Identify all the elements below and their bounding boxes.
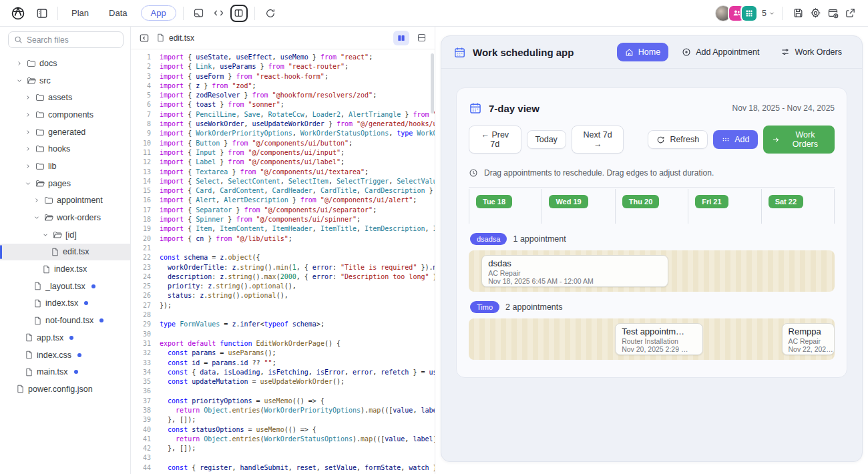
code-line: workOrderTitle: z.string().min(1, { erro… (160, 263, 435, 272)
collapse-panel-icon[interactable] (138, 31, 151, 45)
search-files-box[interactable] (8, 31, 124, 48)
technician-lane: Test appointm… Router Installation Nov 2… (469, 318, 835, 360)
day-column: Wed 19 (541, 189, 614, 224)
settings-icon[interactable] (807, 5, 824, 22)
tree-item-label: appointment (57, 196, 103, 205)
code-line: import { Alert, AlertDescription } from … (160, 196, 435, 205)
tree-folder-hooks[interactable]: hooks (0, 140, 130, 158)
prev-7d-button[interactable]: ← Prev 7d (469, 126, 521, 154)
tree-file-main-tsx[interactable]: main.tsx (0, 363, 130, 381)
code-line: import { Label } from "@/components/ui/l… (160, 158, 435, 167)
chevron-down-icon[interactable] (16, 77, 23, 84)
split-view-icon[interactable] (230, 5, 248, 22)
chevron-down-icon[interactable] (42, 232, 49, 238)
split-columns-icon[interactable] (393, 31, 409, 45)
tree-folder-generated[interactable]: generated (0, 124, 130, 141)
tree-folder-lib[interactable]: lib (0, 158, 130, 175)
refresh-icon[interactable] (262, 5, 279, 22)
chevron-down-icon[interactable] (33, 214, 41, 221)
tree-file-index-tsx[interactable]: index.tsx (0, 260, 130, 278)
code-line: import { Select, SelectContent, SelectIt… (160, 177, 435, 186)
line-number: 19 (131, 224, 151, 234)
editor-scrollbar[interactable] (431, 53, 434, 113)
tree-folder-pages[interactable]: pages (0, 175, 130, 192)
tree-folder-appointment[interactable]: appointment (0, 192, 130, 210)
home-icon (625, 48, 634, 57)
tree-item-label: lib (48, 162, 57, 171)
code-line: import { Spinner } from "@/components/ui… (160, 215, 435, 224)
sidebar-toggle-icon[interactable] (33, 5, 51, 22)
tree-file-index-tsx[interactable]: index.tsx (0, 295, 130, 312)
code-icon[interactable] (210, 5, 228, 22)
chevron-right-icon[interactable] (16, 60, 23, 67)
appointment-count: 1 appointment (513, 234, 566, 244)
line-number: 40 (131, 425, 151, 435)
editor-tab-edit-tsx[interactable]: edit.tsx (156, 33, 194, 43)
appointment-card[interactable]: Remppa AC Repair Nov 22, 202… (782, 323, 835, 355)
appointment-title: Remppa (789, 326, 828, 336)
code-area[interactable]: 1234567891011121314151617181920212223242… (131, 49, 435, 474)
tree-file--layout-tsx[interactable]: _layout.tsx (0, 278, 130, 295)
sessions-count: 5 (762, 9, 767, 18)
split-rows-icon[interactable] (413, 31, 429, 45)
tree-file-not-found-tsx[interactable]: not-found.tsx (0, 312, 130, 329)
tree-folder-work-orders[interactable]: work-orders (0, 209, 130, 226)
code-line: import { PencilLine, Save, RotateCcw, Lo… (160, 110, 435, 120)
code-line: type FormValues = z.infer<typeof schema>… (160, 320, 435, 329)
appointment-card[interactable]: Test appointm… Router Installation Nov 2… (615, 323, 703, 355)
seven-day-view-card: 7-day view Nov 18, 2025 - Nov 24, 2025 ←… (456, 87, 847, 378)
line-number: 1 (131, 53, 151, 62)
code-line (160, 453, 435, 463)
app-header: Work scheduling app Home Add Appointment… (441, 36, 862, 69)
code-line: export default function EditWorkOrderPag… (160, 339, 435, 348)
chevron-right-icon[interactable] (25, 146, 32, 152)
add-button[interactable]: Add (713, 130, 758, 149)
code-line: import { zodResolver } from "@hookform/r… (160, 91, 435, 100)
chevron-right-icon[interactable] (25, 111, 32, 118)
day-chip: Fri 21 (695, 195, 728, 208)
share-icon[interactable] (841, 5, 859, 22)
chevron-right-icon[interactable] (25, 129, 32, 136)
code-line: const { register, handleSubmit, reset, s… (160, 463, 435, 473)
date-range: Nov 18, 2025 - Nov 24, 2025 (732, 103, 835, 113)
new-window-icon[interactable] (824, 5, 841, 22)
day-column: Sat 22 (761, 189, 835, 224)
chevron-right-icon[interactable] (25, 163, 32, 170)
sessions-dropdown[interactable]: 5 (762, 9, 775, 18)
tree-item-label: app.tsx (37, 333, 63, 342)
save-icon[interactable] (789, 5, 807, 22)
refresh-button[interactable]: Refresh (648, 130, 708, 149)
modified-dot (91, 284, 95, 288)
tab-app[interactable]: App (141, 5, 176, 21)
nav-work-orders-button[interactable]: Work Orders (773, 43, 850, 61)
next-7d-button[interactable]: Next 7d → (572, 126, 624, 154)
chevron-down-icon (769, 10, 775, 17)
tree-folder--id-[interactable]: [id] (0, 226, 130, 244)
refresh-icon (656, 136, 665, 144)
nav-add-appointment-button[interactable]: Add Appointment (674, 43, 767, 61)
tree-file-app-tsx[interactable]: app.tsx (0, 329, 130, 346)
line-number: 18 (131, 215, 151, 224)
tree-file-index-css[interactable]: index.css (0, 346, 130, 364)
tree-file-power-config-json[interactable]: power.config.json (0, 381, 130, 398)
today-button[interactable]: Today (527, 130, 566, 149)
preview-icon[interactable] (190, 5, 208, 22)
tree-folder-assets[interactable]: assets (0, 89, 130, 106)
tree-item-label: src (39, 76, 51, 85)
folder-icon (35, 110, 45, 120)
work-orders-green-button[interactable]: Work Orders (763, 126, 835, 154)
search-input[interactable] (27, 35, 107, 45)
chevron-right-icon[interactable] (33, 197, 41, 204)
code-line (160, 244, 435, 253)
tab-plan[interactable]: Plan (65, 5, 95, 21)
nav-home-button[interactable]: Home (617, 43, 668, 61)
chevron-down-icon[interactable] (25, 180, 32, 187)
tree-folder-src[interactable]: src (0, 72, 130, 89)
tree-folder-components[interactable]: components (0, 106, 130, 124)
appointment-card[interactable]: dsdas AC Repair Nov 18, 2025 6:45 AM - 1… (481, 255, 668, 287)
tab-data[interactable]: Data (102, 5, 134, 21)
chevron-right-icon[interactable] (25, 94, 32, 101)
tree-file-edit-tsx[interactable]: edit.tsx (0, 244, 130, 261)
tree-folder-docs[interactable]: docs (0, 55, 130, 72)
apps-badge-icon[interactable] (742, 6, 756, 21)
